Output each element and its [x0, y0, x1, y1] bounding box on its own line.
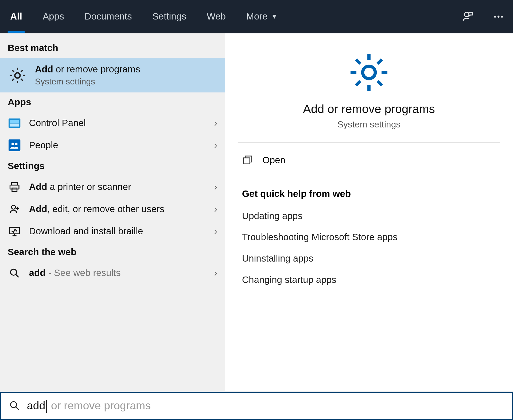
svg-point-2	[498, 15, 499, 17]
help-link-startup-apps[interactable]: Changing startup apps	[242, 269, 496, 291]
help-link-uninstalling-apps[interactable]: Uninstalling apps	[242, 248, 496, 269]
svg-point-4	[15, 73, 20, 78]
web-result[interactable]: add - See web results ›	[0, 262, 225, 284]
tab-documents[interactable]: Documents	[74, 0, 142, 33]
tab-apps[interactable]: Apps	[32, 0, 74, 33]
apps-heading: Apps	[0, 92, 225, 112]
svg-rect-18	[243, 158, 250, 164]
chevron-right-icon: ›	[214, 181, 217, 192]
results-pane: Best match Add or remove programs System…	[0, 33, 225, 391]
app-label: People	[29, 140, 214, 151]
control-panel-icon	[8, 116, 21, 130]
printer-icon	[8, 180, 21, 194]
settings-heading: Settings	[0, 156, 225, 176]
gear-icon	[347, 50, 391, 95]
app-result-people[interactable]: People ›	[0, 134, 225, 156]
svg-point-9	[11, 143, 14, 145]
chevron-right-icon: ›	[214, 118, 217, 129]
search-filter-tabs: All Apps Documents Settings Web More ▼	[0, 0, 513, 33]
gear-icon	[8, 65, 27, 85]
svg-point-16	[11, 269, 17, 275]
open-action[interactable]: Open	[225, 143, 513, 178]
help-heading: Get quick help from web	[242, 188, 496, 199]
chevron-right-icon: ›	[214, 226, 217, 237]
chevron-right-icon: ›	[214, 267, 217, 278]
svg-point-19	[11, 402, 17, 407]
help-link-updating-apps[interactable]: Updating apps	[242, 205, 496, 227]
tab-settings[interactable]: Settings	[142, 0, 196, 33]
tab-web[interactable]: Web	[196, 0, 236, 33]
svg-point-0	[465, 12, 469, 17]
svg-point-14	[11, 205, 15, 209]
display-icon	[8, 224, 21, 238]
best-match-heading: Best match	[0, 38, 225, 58]
preview-subtitle: System settings	[337, 119, 401, 129]
best-match-title-bold: Add	[35, 64, 53, 75]
app-label: Control Panel	[29, 118, 214, 129]
svg-rect-8	[9, 139, 21, 151]
setting-result-add-printer[interactable]: Add a printer or scanner ›	[0, 176, 225, 198]
svg-rect-7	[10, 123, 19, 126]
chevron-right-icon: ›	[214, 204, 217, 215]
search-icon	[8, 266, 21, 280]
open-label: Open	[262, 155, 285, 166]
best-match-title-rest: or remove programs	[53, 64, 140, 75]
svg-point-3	[501, 15, 503, 17]
chevron-right-icon: ›	[214, 140, 217, 151]
app-result-control-panel[interactable]: Control Panel ›	[0, 112, 225, 134]
chevron-down-icon: ▼	[271, 13, 278, 21]
preview-title: Add or remove programs	[303, 102, 435, 116]
text-cursor	[46, 400, 47, 413]
search-suggestion-ghost: or remove programs	[48, 399, 151, 412]
more-options-icon[interactable]	[489, 7, 508, 26]
search-icon	[9, 400, 21, 412]
svg-rect-13	[12, 188, 17, 192]
setting-result-add-users[interactable]: Add, edit, or remove other users ›	[0, 198, 225, 220]
open-icon	[242, 155, 253, 166]
search-typed-text: add	[27, 399, 45, 412]
svg-point-10	[15, 143, 17, 145]
best-match-subtitle: System settings	[35, 77, 217, 87]
search-web-heading: Search the web	[0, 242, 225, 262]
people-icon	[8, 138, 21, 152]
svg-point-1	[494, 15, 496, 17]
svg-point-17	[363, 66, 375, 79]
preview-pane: Add or remove programs System settings O…	[225, 33, 513, 391]
search-input[interactable]: add or remove programs	[0, 392, 513, 420]
tab-all[interactable]: All	[0, 0, 32, 33]
svg-rect-6	[10, 120, 19, 123]
feedback-icon[interactable]	[458, 7, 477, 26]
user-plus-icon	[8, 202, 21, 216]
help-link-troubleshoot-store[interactable]: Troubleshooting Microsoft Store apps	[242, 227, 496, 248]
setting-result-braille[interactable]: Download and install braille ›	[0, 220, 225, 242]
tab-more[interactable]: More ▼	[236, 0, 288, 33]
best-match-result[interactable]: Add or remove programs System settings	[0, 58, 225, 92]
